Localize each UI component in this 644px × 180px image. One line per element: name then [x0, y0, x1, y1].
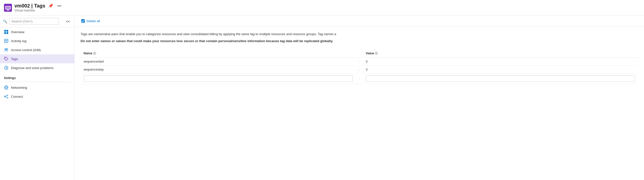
- content-toolbar: Delete all: [74, 16, 644, 27]
- svg-rect-4: [6, 10, 10, 11]
- diagnose-icon: [4, 66, 8, 70]
- search-icon: 🔍: [3, 20, 7, 23]
- sidebar-nav: Overview Activity log: [0, 27, 74, 180]
- sidebar-item-label: Diagnose and solve problems: [11, 66, 54, 70]
- tags-table: Name ⓘ Value ⓘ sequencestart :: [80, 49, 638, 84]
- sidebar: 🔍 << Overview: [0, 16, 74, 180]
- svg-point-17: [4, 66, 8, 69]
- sidebar-item-networking[interactable]: Networking: [0, 83, 74, 92]
- new-tag-value-cell: [363, 73, 638, 84]
- sidebar-search-area: 🔍 <<: [0, 16, 74, 27]
- svg-line-24: [6, 96, 7, 96]
- sidebar-item-tags[interactable]: Tags: [0, 54, 74, 63]
- sidebar-item-label: Access control (IAM): [11, 48, 41, 52]
- content-body: Tags are name/value pairs that enable yo…: [74, 27, 644, 180]
- svg-point-22: [7, 95, 8, 96]
- collapse-button[interactable]: <<: [64, 19, 71, 24]
- iam-icon: [4, 48, 8, 52]
- sidebar-item-label: Connect: [11, 95, 23, 99]
- delete-all-label: Delete all: [86, 19, 100, 23]
- tag-value-cell: 3: [363, 66, 638, 73]
- svg-rect-7: [4, 32, 6, 34]
- vm-icon: [4, 4, 12, 12]
- tags-table-body: sequencestart : 3 sequencestop : 3 :: [80, 58, 638, 84]
- separator-header: [356, 49, 363, 58]
- svg-rect-8: [6, 32, 8, 34]
- page-header: vm002 | Tags 📌 ••• Virtual machine: [0, 0, 644, 16]
- sidebar-item-label: Tags: [11, 57, 18, 61]
- separator-cell: :: [356, 73, 363, 84]
- sidebar-item-label: Networking: [11, 86, 27, 89]
- sidebar-item-overview[interactable]: Overview: [0, 27, 74, 36]
- delete-all-button[interactable]: Delete all: [80, 18, 102, 24]
- sidebar-item-label: Overview: [11, 30, 24, 34]
- separator-cell: :: [356, 66, 363, 73]
- activity-log-icon: [4, 39, 8, 43]
- svg-point-13: [6, 48, 7, 50]
- value-info-icon: ⓘ: [375, 52, 378, 55]
- tags-header-row: Name ⓘ Value ⓘ: [80, 49, 638, 58]
- name-column-header: Name ⓘ: [80, 49, 356, 58]
- sidebar-item-activity-log[interactable]: Activity log: [0, 36, 74, 45]
- svg-point-21: [4, 96, 6, 97]
- tag-name-cell: sequencestart: [80, 58, 356, 66]
- search-input[interactable]: [9, 18, 59, 25]
- new-tag-value-input[interactable]: [366, 75, 635, 82]
- separator-cell: :: [356, 58, 363, 66]
- tag-value-cell: 3: [363, 58, 638, 66]
- svg-rect-6: [6, 30, 8, 32]
- table-row: sequencestop : 3: [80, 66, 638, 73]
- more-button[interactable]: •••: [56, 3, 62, 9]
- page-title-text: vm002 | Tags: [14, 3, 45, 9]
- svg-rect-2: [6, 7, 10, 9]
- settings-divider: [4, 82, 70, 82]
- connect-icon: [4, 94, 8, 99]
- svg-rect-5: [4, 30, 6, 32]
- svg-rect-3: [7, 10, 9, 10]
- name-info-icon: ⓘ: [93, 52, 96, 55]
- description-warning: Do not enter names or values that could …: [80, 39, 638, 44]
- checkbox-icon: [81, 19, 85, 23]
- page-subtitle: Virtual machine: [14, 9, 62, 12]
- overview-icon: [4, 30, 8, 34]
- sidebar-item-diagnose[interactable]: Diagnose and solve problems: [0, 63, 74, 72]
- header-title-block: vm002 | Tags 📌 ••• Virtual machine: [14, 3, 62, 12]
- new-tag-name-cell: [80, 73, 356, 84]
- svg-line-25: [6, 97, 7, 98]
- tag-name-cell: sequencestop: [80, 66, 356, 73]
- new-tag-name-input[interactable]: [84, 75, 353, 82]
- value-column-header: Value ⓘ: [363, 49, 638, 58]
- svg-point-23: [7, 97, 8, 98]
- svg-point-16: [5, 58, 6, 58]
- settings-section-title: Settings: [0, 72, 74, 81]
- sidebar-item-access-control[interactable]: Access control (IAM): [0, 45, 74, 54]
- sidebar-item-label: Activity log: [11, 39, 26, 43]
- networking-icon: [4, 85, 8, 90]
- table-row: sequencestart : 3: [80, 58, 638, 66]
- content-area: Delete all Tags are name/value pairs tha…: [74, 16, 644, 180]
- new-tag-row: :: [80, 73, 638, 84]
- tags-table-header: Name ⓘ Value ⓘ: [80, 49, 638, 58]
- page-title: vm002 | Tags 📌 •••: [14, 3, 62, 9]
- main-layout: 🔍 << Overview: [0, 16, 644, 180]
- pin-button[interactable]: 📌: [47, 3, 54, 9]
- sidebar-item-connect[interactable]: Connect: [0, 92, 74, 101]
- description-text: Tags are name/value pairs that enable yo…: [80, 32, 638, 37]
- tags-icon: [4, 57, 8, 61]
